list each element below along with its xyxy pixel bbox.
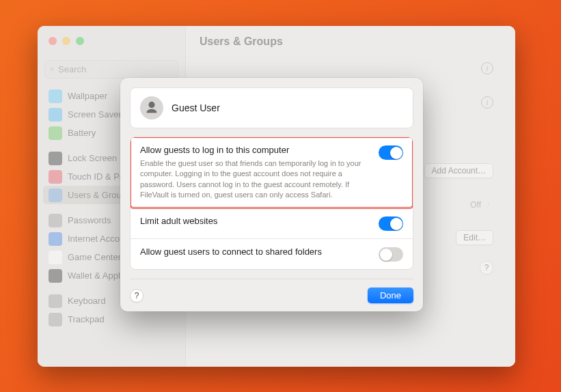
setting-description: Enable the guest user so that friends ca… [140, 158, 368, 201]
toggle-knob [380, 249, 392, 261]
guest-user-name: Guest User [172, 102, 220, 113]
guest-avatar [140, 96, 163, 120]
setting-row-0: Allow guests to log in to this computerE… [131, 137, 413, 208]
toggle-knob [390, 147, 402, 159]
done-button[interactable]: Done [368, 288, 413, 303]
setting-title: Limit adult websites [140, 216, 368, 227]
user-header-card: Guest User [130, 87, 413, 128]
setting-toggle[interactable] [379, 247, 403, 262]
guest-user-sheet: Guest User Allow guests to log in to thi… [120, 78, 423, 311]
setting-row-1: Limit adult websites [131, 208, 413, 238]
sheet-footer: ? Done [130, 279, 413, 303]
setting-row-2: Allow guest users to connect to shared f… [131, 238, 413, 269]
setting-title: Allow guests to log in to this computer [140, 145, 368, 156]
help-button[interactable]: ? [130, 289, 143, 303]
guest-settings-card: Allow guests to log in to this computerE… [130, 137, 413, 270]
toggle-knob [390, 218, 402, 230]
setting-toggle[interactable] [379, 145, 403, 160]
setting-title: Allow guest users to connect to shared f… [140, 247, 368, 258]
setting-toggle[interactable] [379, 216, 403, 231]
